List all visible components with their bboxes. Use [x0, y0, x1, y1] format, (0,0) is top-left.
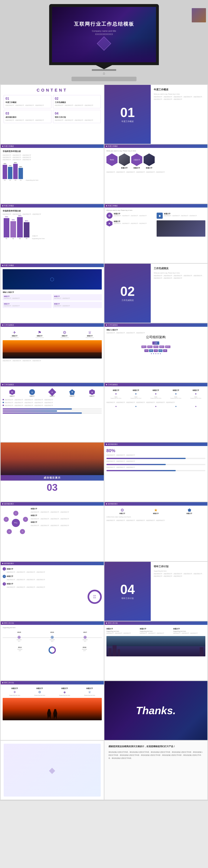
- content-item-1-title: 年度工作概述: [5, 101, 49, 104]
- section-number-01: 01: [120, 106, 135, 119]
- slide-row-2: 年度工作概述 市场和竞争环境分析 此处添加文字，此处添加文字，此处添加文字此处添…: [1, 145, 207, 204]
- content-item-3-desc: 此处添加文字，此处添加文字，此处添加文字，此处添加文字: [5, 119, 49, 121]
- slide-work-shield: 工作完成情况 ⛨ 标题文字 ◎ 标题文字 ✦ 标题文字: [1, 383, 104, 442]
- success-banner-title: 成功项目展示: [3, 476, 101, 479]
- work-completion-label: 工作完成情况: [122, 299, 134, 302]
- slide-desc-text: 感谢您浏览这份精美的演示文稿设计，欢迎您继续使用幻灯片产品！ 请在此处输入您的文…: [104, 741, 208, 800]
- content-item-4: 04 明年工作计划 此处添加文字，此处添加文字，此处添加文字，此处添加文字: [53, 110, 101, 123]
- slide-annual-bars: 年度工作概述 市场和竞争环境分析 此处添加文字，此处添加文字，此处添加文字，此处…: [1, 204, 104, 263]
- slide-row-10: 明年工作计划 Supporting text here 2015 此处添加文字: [1, 621, 207, 680]
- company-structure-label: 公司组织架构: [106, 335, 206, 339]
- slide-work-org: 工作完成情况 请输入主题文字 此处添加文字，此处添加文字，此处添加文字，此处添加…: [104, 323, 208, 382]
- hero-section: 互联网行业工作总结模板 Company name and title XXXXX…: [0, 0, 208, 84]
- content-item-2: 02 工作完成概况 此处添加文字，此处添加文字，此处添加文字，此处添加文字: [53, 95, 101, 108]
- monitor: 互联网行业工作总结模板 Company name and title XXXXX…: [49, 4, 159, 81]
- section-number-02: 02: [120, 285, 135, 298]
- unified-fonts-label: Unified fonts make reading more fluent.: [106, 516, 206, 518]
- section-title-work: 工作完成情况: [154, 267, 204, 270]
- slide-success-list: 成功项目展示 1 标题文字 此处添加文字，此处添加文字，此处添加文字，此处添加文…: [1, 562, 104, 621]
- slide-row-7: 成功项目展示 03 成功项目展示 80% 此处添加文字，此处添加文字，此处添加文…: [1, 442, 207, 501]
- hero-subtitle2: XXXXXXXXXXXX: [74, 33, 134, 35]
- slide-thanks: Thanks.: [104, 681, 208, 740]
- content-item-2-desc: 此处添加文字，此处添加文字，此处添加文字，此处添加文字: [55, 104, 99, 106]
- thanks-text: Thanks.: [136, 705, 176, 717]
- slide-success-banner: 成功项目展示 03: [1, 442, 104, 501]
- slide-annual-01: 01 年度工作概述 年度工作概述 What you want to say, P…: [104, 85, 208, 144]
- slide-row-11: 明年工作计划 标题文字 ✈ Supporting text here 标题文字 …: [1, 681, 207, 740]
- content-item-2-title: 工作完成概况: [55, 101, 99, 104]
- slide-work-text-cols: 工作完成情况 标题文字 ✦ Text1 Supporting text here…: [104, 383, 208, 442]
- slide-nextyear-icons: 明年工作计划 标题文字 ✈ Supporting text here 标题文字 …: [1, 681, 104, 740]
- content-item-4-title: 明年工作计划: [55, 116, 99, 119]
- expanding-text: Expanding text here: [26, 180, 38, 181]
- market-analysis-title: 市场和竞争环境分析: [3, 150, 102, 153]
- hero-subtitle1: Company name and title: [74, 30, 134, 32]
- slide-work-02: 02 工作完成情况 工作完成情况 What you want to say, P…: [104, 264, 208, 323]
- slide-content: CONTENT 01 年度工作概述 此处添加文字，此处添加文字，此处添加文字，此…: [1, 85, 104, 144]
- content-item-4-desc: 此处添加文字，此处添加文字，此处添加文字，此处添加文字: [55, 119, 99, 121]
- slide-empty-deco: ◆: [1, 741, 104, 800]
- slide-nextyear-timeline: 明年工作计划 Supporting text here 2015 此处添加文字: [1, 621, 104, 680]
- slide-row-4: 年度工作概述 ⬡ 请输入主题文字 标题文字 此处添加文字，此处添加文字 标题文字: [1, 264, 207, 323]
- footer-desc-title: 感谢您浏览这份精美的演示文稿设计，欢迎您继续使用幻灯片产品！: [108, 745, 204, 748]
- footer-desc-text: 请在此处输入您的文字内容，请在此处输入您的文字内容，请在此处输入您的文字内容，请…: [108, 751, 204, 760]
- slides-container: CONTENT 01 年度工作概述 此处添加文字，此处添加文字，此处添加文字，此…: [0, 84, 208, 801]
- slide-annual-hex2: 年度工作概述 What you want to say, Please key …: [104, 204, 208, 263]
- slide-nextyear-cols: 明年工作计划 标题文字 Supporting text here 此处添加文字，…: [104, 621, 208, 680]
- next-year-plan-label: 明年工作计划: [122, 597, 134, 600]
- annual-overview-label: 年度工作概述: [122, 120, 134, 123]
- content-item-1: 01 年度工作概述 此处添加文字，此处添加文字，此处添加文字，此处添加文字: [4, 95, 51, 108]
- section-number-04: 04: [120, 583, 135, 596]
- slide-success-gears: 成功项目展示 ⚙ 标题文字 ★ 标题文字 ⬟ 标题文字: [104, 502, 208, 561]
- slide-row-1: CONTENT 01 年度工作概述 此处添加文字，此处添加文字，此处添加文字，此…: [1, 85, 207, 144]
- content-item-1-desc: 此处添加文字，此处添加文字，此处添加文字，此处添加文字: [5, 104, 49, 106]
- slide-row-12: ◆ 感谢您浏览这份精美的演示文稿设计，欢迎您继续使用幻灯片产品！ 请在此处输入您…: [1, 741, 207, 800]
- slide-row-5: 工作完成情况 ✈ 标题文字 Supporting text ⚑ 标题文字 Sup…: [1, 323, 207, 382]
- section-title-next: 明年工作计划: [154, 565, 204, 568]
- monitor-content: 互联网行业工作总结模板 Company name and title XXXXX…: [74, 21, 134, 49]
- annual-overview-band: 年度工作概述: [4, 145, 14, 147]
- section-title-annual: 年度工作概述: [154, 88, 204, 91]
- content-item-3: 03 成功项目展示 此处添加文字，此处添加文字，此处添加文字，此处添加文字: [4, 110, 51, 123]
- slide-row-8: 成功项目展示 中心 1 2 3 4 5 标题文字 此处添加文字，此处添加文字，此…: [1, 502, 207, 561]
- slide-hex-right: 年度工作概述 What you want to say, Please key …: [104, 145, 208, 204]
- slide-pentagon: 成功项目展示 中心 1 2 3 4 5 标题文字 此处添加文字，此处添加文字，此…: [1, 502, 104, 561]
- slide-row-3: 年度工作概述 市场和竞争环境分析 此处添加文字，此处添加文字，此处添加文字，此处…: [1, 204, 207, 263]
- slide-success-progress: 成功项目展示 80% 此处添加文字，此处添加文字，此处添加文字 此处添加文字，此…: [104, 442, 208, 501]
- content-item-3-title: 成功项目展示: [5, 116, 49, 119]
- slide-annual-tech: 年度工作概述 ⬡ 请输入主题文字 标题文字 此处添加文字，此处添加文字 标题文字: [1, 264, 104, 323]
- slide-market-left: 年度工作概述 市场和竞争环境分析 此处添加文字，此处添加文字，此处添加文字此处添…: [1, 145, 104, 204]
- content-header: CONTENT: [4, 88, 101, 93]
- monitor-screen: 互联网行业工作总结模板 Company name and title XXXXX…: [49, 4, 159, 65]
- hero-title: 互联网行业工作总结模板: [74, 21, 134, 27]
- hex-text1: Text1: [110, 159, 114, 161]
- slide-row-6: 工作完成情况 ⛨ 标题文字 ◎ 标题文字 ✦ 标题文字: [1, 383, 207, 442]
- slide-row-9: 成功项目展示 1 标题文字 此处添加文字，此处添加文字，此处添加文字，此处添加文…: [1, 562, 207, 621]
- slide-work-icons: 工作完成情况 ✈ 标题文字 Supporting text ⚑ 标题文字 Sup…: [1, 323, 104, 382]
- hex-label1: 标题文字: [119, 167, 130, 169]
- slide-nextyear-04: 04 明年工作计划 明年工作计划 Supporting text here 此处…: [104, 562, 208, 621]
